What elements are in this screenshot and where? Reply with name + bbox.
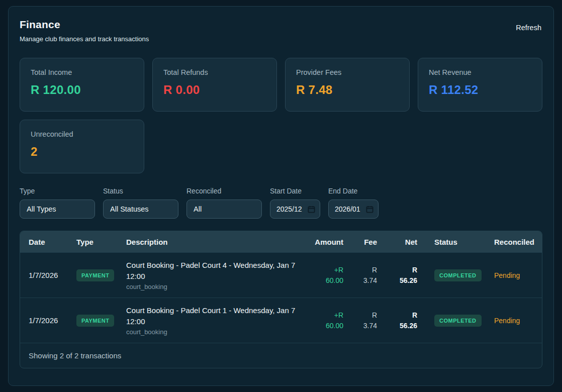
filter-status: Status All Statuses — [103, 187, 178, 219]
filters-bar: Type All Types Status All Statuses Recon… — [20, 187, 542, 219]
filter-reconciled: Reconciled All — [186, 187, 262, 219]
calendar-icon[interactable] — [308, 206, 315, 213]
description-text: Court Booking - Padel Court 1 - Wednesda… — [126, 305, 303, 327]
filter-reconciled-label: Reconciled — [186, 187, 262, 195]
start-date-label: Start Date — [270, 187, 320, 195]
end-date-value: 2026/01 — [335, 205, 360, 213]
stat-value: R 120.00 — [31, 83, 133, 97]
cell-reconciled: Pending — [494, 271, 533, 280]
table-header-row: Date Type Description Amount Fee Net Sta… — [20, 231, 542, 252]
col-header-reconciled: Reconciled — [494, 238, 533, 246]
type-badge: PAYMENT — [76, 269, 114, 281]
stat-value: R 112.52 — [429, 83, 531, 97]
cell-type: PAYMENT — [76, 315, 126, 327]
category-text: court_booking — [126, 283, 303, 290]
finance-panel: Finance Manage club finances and track t… — [8, 6, 554, 386]
status-badge: COMPLETED — [434, 269, 482, 281]
category-text: court_booking — [126, 328, 303, 336]
end-date-input[interactable]: 2026/01 — [328, 200, 379, 219]
stat-card-net-revenue: Net Revenue R 112.52 — [418, 58, 542, 112]
status-badge: COMPLETED — [434, 315, 482, 327]
stat-value: R 0.00 — [163, 83, 266, 97]
col-header-description: Description — [126, 238, 303, 246]
cell-amount: +R 60.00 — [303, 265, 343, 286]
reconciled-status: Pending — [494, 271, 520, 279]
stats-grid: Total Income R 120.00 Total Refunds R 0.… — [20, 58, 542, 173]
calendar-icon[interactable] — [366, 206, 373, 213]
start-date-input[interactable]: 2025/12 — [270, 200, 320, 219]
col-header-amount: Amount — [303, 238, 343, 246]
col-header-fee: Fee — [343, 238, 377, 246]
cell-fee: R 3.74 — [343, 265, 377, 286]
refresh-button[interactable]: Refresh — [515, 22, 542, 34]
stat-label: Total Refunds — [163, 68, 266, 76]
page-title: Finance — [20, 19, 149, 31]
table-row: 1/7/2026 PAYMENT Court Booking - Padel C… — [20, 252, 542, 298]
stat-card-total-refunds: Total Refunds R 0.00 — [152, 58, 277, 112]
stat-card-provider-fees: Provider Fees R 7.48 — [285, 58, 410, 112]
filter-end-date: End Date 2026/01 — [328, 187, 379, 219]
col-header-date: Date — [29, 238, 76, 246]
cell-status: COMPLETED — [417, 269, 494, 281]
stat-card-total-income: Total Income R 120.00 — [20, 58, 144, 112]
col-header-type: Type — [76, 238, 126, 246]
start-date-value: 2025/12 — [276, 205, 302, 213]
filter-status-label: Status — [103, 187, 178, 195]
cell-net: R 56.26 — [377, 265, 417, 286]
end-date-label: End Date — [328, 187, 379, 195]
stat-label: Unreconciled — [31, 130, 133, 138]
stat-label: Total Income — [31, 68, 133, 76]
type-badge: PAYMENT — [76, 315, 114, 327]
reconciled-status: Pending — [494, 317, 520, 325]
cell-fee: R 3.74 — [343, 310, 377, 331]
reconciled-select[interactable]: All — [186, 200, 262, 219]
col-header-status: Status — [417, 238, 494, 246]
col-header-net: Net — [377, 238, 417, 246]
cell-date: 1/7/2026 — [29, 316, 76, 325]
type-select[interactable]: All Types — [20, 200, 95, 219]
title-block: Finance Manage club finances and track t… — [20, 19, 149, 43]
table-row: 1/7/2026 PAYMENT Court Booking - Padel C… — [20, 298, 542, 343]
cell-amount: +R 60.00 — [303, 310, 343, 331]
page-subtitle: Manage club finances and track transacti… — [20, 35, 149, 43]
cell-reconciled: Pending — [494, 316, 533, 325]
cell-net: R 56.26 — [377, 310, 417, 331]
filter-start-date: Start Date 2025/12 — [270, 187, 320, 219]
filter-type: Type All Types — [20, 187, 95, 219]
cell-status: COMPLETED — [417, 315, 494, 327]
transactions-table: Date Type Description Amount Fee Net Sta… — [20, 231, 542, 368]
table-footer: Showing 2 of 2 transactions — [20, 343, 542, 368]
stat-label: Net Revenue — [429, 68, 531, 76]
stat-card-unreconciled: Unreconciled 2 — [20, 120, 144, 173]
cell-description: Court Booking - Padel Court 1 - Wednesda… — [126, 305, 303, 336]
stat-value: R 7.48 — [296, 83, 399, 97]
cell-type: PAYMENT — [76, 269, 126, 281]
cell-description: Court Booking - Padel Court 4 - Wednesda… — [126, 260, 303, 291]
panel-header: Finance Manage club finances and track t… — [20, 19, 542, 43]
status-select[interactable]: All Statuses — [103, 200, 178, 219]
description-text: Court Booking - Padel Court 4 - Wednesda… — [126, 260, 303, 282]
filter-type-label: Type — [20, 187, 95, 195]
cell-date: 1/7/2026 — [29, 271, 76, 279]
stat-value: 2 — [31, 145, 133, 159]
stat-label: Provider Fees — [296, 68, 399, 76]
